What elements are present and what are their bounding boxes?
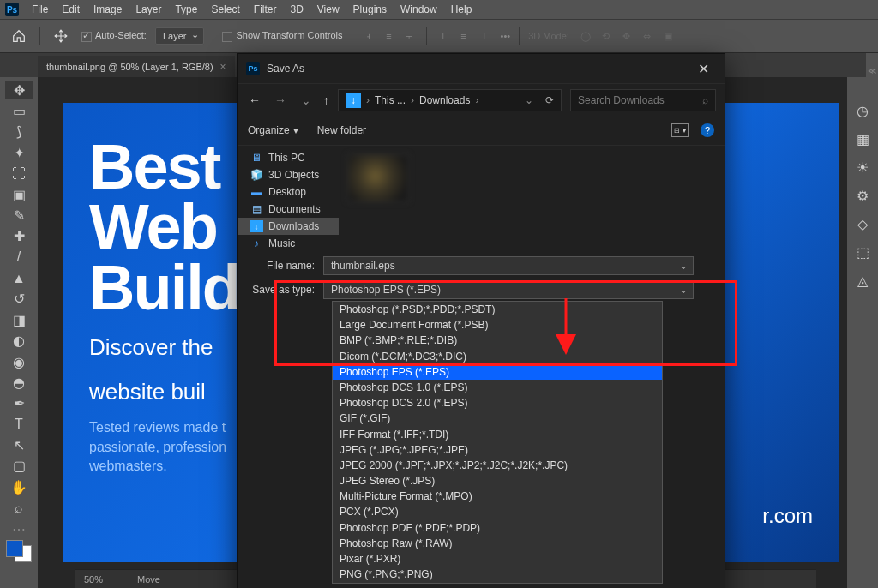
format-option[interactable]: JPEG 2000 (*.JPF;*.JPX;*.JP2;*.J2C;*.J2K… [333, 458, 662, 473]
menu-plugins[interactable]: Plugins [347, 1, 393, 18]
eyedropper-tool[interactable]: ✎ [5, 206, 33, 225]
healing-tool[interactable]: ✚ [5, 227, 33, 246]
more-icon[interactable]: ••• [501, 31, 511, 41]
refresh-icon[interactable]: ⟳ [545, 94, 554, 106]
format-option[interactable]: Photoshop Raw (*.RAW) [333, 536, 662, 551]
path-select-tool[interactable]: ↖ [5, 435, 33, 454]
menu-help[interactable]: Help [445, 1, 478, 18]
blur-tool[interactable]: ◉ [5, 352, 33, 371]
paths-panel-icon[interactable]: ◬ [857, 273, 868, 289]
new-folder-button[interactable]: New folder [317, 124, 366, 136]
filename-input[interactable]: thumbnail.eps⌄ [323, 256, 694, 275]
format-option[interactable]: Large Document Format (*.PSB) [333, 317, 662, 333]
menu-type[interactable]: Type [169, 1, 203, 18]
dropdown-icon[interactable]: ⌄ [679, 284, 688, 296]
hand-tool[interactable]: ✋ [5, 477, 33, 496]
brush-tool[interactable]: / [5, 248, 33, 267]
format-option[interactable]: Portable Bit Map (*.PBM;*.PGM;*.PPM;*.PN… [333, 582, 662, 584]
align-left-icon[interactable]: ⫞ [361, 28, 376, 44]
view-options-button[interactable]: ⊞ ▾ [671, 123, 689, 137]
adjustments-panel-icon[interactable]: ☀ [857, 159, 869, 176]
stamp-tool[interactable]: ▲ [5, 268, 33, 287]
nav-recent-button[interactable]: ⌄ [298, 93, 315, 107]
dodge-tool[interactable]: ◓ [5, 373, 33, 392]
breadcrumb-bar[interactable]: ↓ › This ... › Downloads › ⌄ ⟳ [338, 89, 562, 111]
format-option[interactable]: PNG (*.PNG;*.PNG) [333, 567, 662, 582]
breadcrumb-2[interactable]: Downloads [419, 94, 470, 106]
eraser-tool[interactable]: ◨ [5, 310, 33, 329]
move-tool-icon[interactable] [49, 24, 73, 48]
file-list-area[interactable] [339, 146, 725, 248]
nav-back-button[interactable]: ← [246, 93, 263, 107]
saveastype-dropdown[interactable]: Photoshop EPS (*.EPS)⌄ [323, 280, 694, 299]
menu-filter[interactable]: Filter [248, 1, 283, 18]
format-option[interactable]: IFF Format (*.IFF;*.TDI) [333, 427, 662, 442]
align-right-icon[interactable]: ⫟ [402, 28, 418, 44]
organize-button[interactable]: Organize▾ [248, 124, 298, 136]
gradient-tool[interactable]: ◐ [5, 332, 33, 351]
nav-forward-button[interactable]: → [272, 93, 289, 107]
menu-select[interactable]: Select [205, 1, 245, 18]
format-option[interactable]: JPEG Stereo (*.JPS) [333, 473, 662, 489]
distribute-top-icon[interactable]: ⊤ [436, 28, 451, 44]
format-option[interactable]: Dicom (*.DCM;*.DC3;*.DIC) [333, 349, 662, 364]
nav-up-button[interactable]: ↑ [323, 93, 329, 107]
breadcrumb-dropdown-icon[interactable]: ⌄ [525, 94, 533, 106]
close-tab-icon[interactable]: × [220, 61, 226, 73]
format-option[interactable]: BMP (*.BMP;*.RLE;*.DIB) [333, 333, 662, 348]
format-option[interactable]: Pixar (*.PXR) [333, 551, 662, 567]
format-option[interactable]: Photoshop EPS (*.EPS) [333, 364, 662, 380]
menu-edit[interactable]: Edit [56, 1, 86, 18]
distribute-bottom-icon[interactable]: ⊥ [477, 28, 492, 44]
layers-panel-icon[interactable]: ◇ [857, 216, 868, 232]
menu-layer[interactable]: Layer [129, 1, 167, 18]
show-transform-checkbox[interactable]: Show Transform Controls [222, 30, 342, 41]
history-brush-tool[interactable]: ↺ [5, 290, 33, 309]
crop-tool[interactable]: ⛶ [5, 165, 33, 183]
pen-tool[interactable]: ✒ [5, 394, 33, 413]
tree-item-thispc[interactable]: 🖥This PC [238, 149, 339, 166]
zoom-level[interactable]: 50% [84, 574, 103, 585]
menu-image[interactable]: Image [87, 1, 128, 18]
format-option[interactable]: PCX (*.PCX) [333, 504, 662, 519]
format-option[interactable]: Photoshop (*.PSD;*.PDD;*.PSDT) [333, 302, 662, 317]
document-tab[interactable]: thumbnail.png @ 50% (Layer 1, RGB/8) × [38, 56, 235, 77]
breadcrumb-1[interactable]: This ... [375, 94, 406, 106]
marquee-tool[interactable]: ▭ [5, 101, 33, 120]
frame-tool[interactable]: ▣ [5, 185, 33, 204]
distribute-v-icon[interactable]: ≡ [456, 28, 472, 44]
tree-item-3dobjects[interactable]: 🧊3D Objects [238, 166, 339, 183]
format-option[interactable]: Photoshop DCS 1.0 (*.EPS) [333, 380, 662, 395]
tree-item-desktop[interactable]: ▬Desktop [238, 183, 339, 201]
home-button[interactable] [7, 24, 31, 48]
menu-view[interactable]: View [311, 1, 346, 18]
swatches-panel-icon[interactable]: ▦ [857, 131, 869, 147]
format-option[interactable]: Photoshop DCS 2.0 (*.EPS) [333, 395, 662, 411]
move-tool[interactable]: ✥ [5, 81, 33, 99]
dropdown-icon[interactable]: ⌄ [679, 260, 688, 272]
file-thumbnail[interactable] [347, 154, 409, 202]
channels-panel-icon[interactable]: ⬚ [857, 244, 869, 261]
libraries-panel-icon[interactable]: ⚙ [857, 188, 869, 204]
menu-window[interactable]: Window [394, 1, 443, 18]
color-panel-icon[interactable]: ◷ [857, 103, 869, 119]
format-option[interactable]: Photoshop PDF (*.PDF;*.PDP) [333, 520, 662, 536]
lasso-tool[interactable]: ⟆ [5, 123, 33, 141]
zoom-tool[interactable]: ⌕ [5, 499, 33, 518]
format-option[interactable]: GIF (*.GIF) [333, 411, 662, 426]
expand-panels-icon[interactable]: ≪ [866, 53, 878, 87]
edit-toolbar[interactable]: ⋯ [5, 519, 33, 538]
foreground-color-swatch[interactable] [6, 540, 23, 557]
format-option[interactable]: Multi-Picture Format (*.MPO) [333, 489, 662, 504]
text-tool[interactable]: T [5, 415, 33, 434]
tree-item-downloads[interactable]: ↓Downloads [238, 218, 339, 235]
menu-3d[interactable]: 3D [284, 1, 309, 18]
wand-tool[interactable]: ✦ [5, 143, 33, 162]
close-dialog-button[interactable]: ✕ [690, 61, 716, 77]
color-swatches[interactable] [6, 540, 32, 562]
help-button[interactable]: ? [701, 123, 714, 137]
layer-dropdown[interactable]: Layer [155, 27, 205, 45]
shape-tool[interactable]: ▢ [5, 457, 33, 476]
search-field[interactable]: Search Downloads ⌕ [570, 89, 716, 111]
menu-file[interactable]: File [26, 1, 54, 18]
